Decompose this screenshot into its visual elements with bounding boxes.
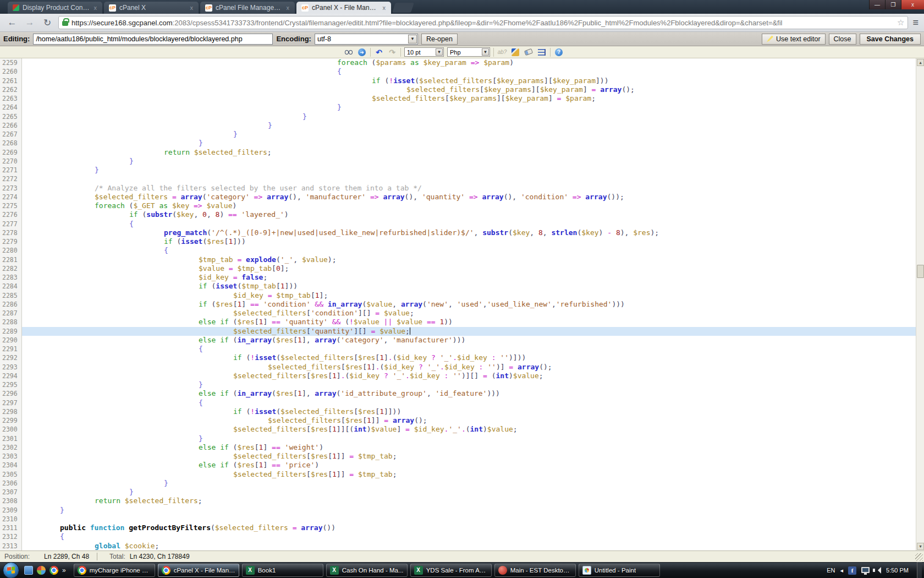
resize-grip[interactable] xyxy=(915,553,923,561)
code-text[interactable]: if (isset($tmp_tab[1])) xyxy=(22,282,924,291)
code-text[interactable]: } xyxy=(22,139,924,148)
code-text[interactable]: } xyxy=(22,488,924,497)
save-changes-button[interactable]: Save Changes xyxy=(860,34,921,45)
code-text[interactable]: else if ($res[1] == 'price') xyxy=(22,461,924,470)
code-line[interactable]: 2311public function getProductByFilters(… xyxy=(0,524,924,532)
code-text[interactable]: } xyxy=(22,434,924,443)
tab-close-icon[interactable]: x xyxy=(93,4,98,11)
taskbar-button-mycharge-iphone-4-[interactable]: myCharge iPhone 4 ... xyxy=(74,564,155,577)
code-line[interactable]: 2260{ xyxy=(0,67,924,76)
search-icon[interactable] xyxy=(344,47,354,57)
code-line[interactable]: 2270} xyxy=(0,157,924,166)
code-line[interactable]: 2262$selected_filters[$key_params][$key_… xyxy=(0,85,924,94)
speaker-icon[interactable] xyxy=(875,567,881,574)
code-text[interactable]: global $cookie; xyxy=(22,542,924,550)
code-text[interactable]: else if (in_array($res[1], array('catego… xyxy=(22,336,924,345)
code-text[interactable]: { xyxy=(22,532,924,541)
help-icon[interactable]: ? xyxy=(554,47,564,57)
code-text[interactable]: $selected_filters['condition'][] = $valu… xyxy=(22,309,924,318)
code-text[interactable]: $selected_filters[$res[1].($id_key ? '_'… xyxy=(22,372,924,380)
code-line[interactable]: 2266} xyxy=(0,121,924,130)
code-text[interactable]: } xyxy=(22,506,924,515)
use-text-editor-button[interactable]: Use text editor xyxy=(762,34,826,45)
quick-launch-overflow-icon[interactable]: » xyxy=(62,566,66,574)
facebook-icon[interactable]: f xyxy=(848,566,856,575)
taskbar-button-cash-on-hand-ma-[interactable]: Cash On Hand - Ma... xyxy=(326,564,408,577)
code-text[interactable]: } xyxy=(22,130,924,139)
code-line[interactable]: 2289$selected_filters['quantity'][] = $v… xyxy=(0,327,924,336)
code-line[interactable]: 2287$selected_filters['condition'][] = $… xyxy=(0,309,924,318)
code-text[interactable]: { xyxy=(22,220,924,228)
vertical-scrollbar[interactable]: ▲ ▼ xyxy=(916,58,924,550)
chevron-down-icon[interactable]: ▼ xyxy=(482,48,489,56)
tab-cpanel-file-manager-v3[interactable]: cP cPanel File Manager v3 x xyxy=(200,2,295,14)
encoding-select[interactable]: utf-8 ▼ xyxy=(315,34,418,45)
scroll-up-icon[interactable]: ▲ xyxy=(917,59,924,66)
tab-display-product-condition[interactable]: Display Product Condition x xyxy=(8,2,102,14)
code-line[interactable]: 2306} xyxy=(0,479,924,488)
code-line[interactable]: 2280{ xyxy=(0,246,924,255)
language-indicator[interactable]: EN xyxy=(827,567,835,574)
code-text[interactable]: { xyxy=(22,399,924,407)
code-line[interactable]: 2293$selected_filters[$res[1].($id_key ?… xyxy=(0,363,924,372)
code-line[interactable]: 2288else if ($res[1] == 'quantity' && (!… xyxy=(0,318,924,326)
reload-icon[interactable]: ↻ xyxy=(41,17,54,29)
code-line[interactable]: 2279if (isset($res[1])) xyxy=(0,237,924,246)
chevron-down-icon[interactable]: ▼ xyxy=(436,48,443,56)
show-desktop-strip[interactable] xyxy=(917,562,922,578)
code-line[interactable]: 2259foreach ($params as $key_param => $p… xyxy=(0,58,924,67)
tab-cpanel-x-file-manager-active[interactable]: cP cPanel X - File Manager x xyxy=(296,2,391,14)
code-line[interactable]: 2278preg_match('/^(.*)_([0-9]+|new|used|… xyxy=(0,228,924,237)
word-wrap-icon[interactable] xyxy=(537,47,547,57)
code-line[interactable]: 2285$id_key = $tmp_tab[1]; xyxy=(0,291,924,300)
code-line[interactable]: 2286if ($res[1] == 'condition' && in_arr… xyxy=(0,300,924,309)
code-text[interactable]: } xyxy=(22,380,924,389)
code-editor[interactable]: 2259foreach ($params as $key_param => $p… xyxy=(0,58,924,550)
code-line[interactable]: 2298if (!isset($selected_filters[$res[1]… xyxy=(0,407,924,416)
code-text[interactable]: } xyxy=(22,166,924,175)
code-line[interactable]: 2283$id_key = false; xyxy=(0,273,924,282)
code-text[interactable]: if (!isset($selected_filters[$res[1].($i… xyxy=(22,353,924,362)
code-text[interactable]: else if ($res[1] == 'weight') xyxy=(22,443,924,452)
back-icon[interactable]: ← xyxy=(6,17,19,28)
code-line[interactable]: 2263$selected_filters[$key_params][$key_… xyxy=(0,94,924,103)
code-text[interactable]: { xyxy=(22,246,924,255)
code-text[interactable]: { xyxy=(22,67,924,76)
restore-button[interactable]: ❐ xyxy=(885,0,901,9)
code-text[interactable]: foreach ($params as $key_param => $param… xyxy=(22,58,924,67)
code-line[interactable]: 2274$selected_filters = array('category'… xyxy=(0,193,924,201)
taskbar-button-cpanel-x-file-mana-[interactable]: cPanel X - File Mana... xyxy=(158,564,239,577)
code-text[interactable]: $selected_filters[$res[1]] = array(); xyxy=(22,416,924,425)
code-text[interactable]: public function getProductByFilters($sel… xyxy=(22,524,924,532)
taskbar-button-yds-sale-from-apr-[interactable]: YDS Sale - From Apr... xyxy=(410,564,492,577)
code-line[interactable]: 2295} xyxy=(0,380,924,389)
close-window-button[interactable]: x xyxy=(901,0,924,9)
code-text[interactable]: $selected_filters[$res[1].($id_key ? '_'… xyxy=(22,363,924,372)
scrollbar-thumb[interactable] xyxy=(917,265,924,278)
code-text[interactable]: $selected_filters[$res[1]] = $tmp_tab; xyxy=(22,452,924,461)
code-text[interactable]: else if ($res[1] == 'quantity' && (!$val… xyxy=(22,318,924,326)
scroll-down-icon[interactable]: ▼ xyxy=(917,543,924,550)
highlight-brush-icon[interactable] xyxy=(510,47,520,57)
code-line[interactable]: 2271} xyxy=(0,166,924,175)
chrome-icon[interactable] xyxy=(50,566,58,575)
code-line[interactable]: 2299$selected_filters[$res[1]] = array()… xyxy=(0,416,924,425)
forward-icon[interactable]: → xyxy=(23,17,36,28)
code-line[interactable]: 2282$value = $tmp_tab[0]; xyxy=(0,264,924,273)
code-text[interactable]: $selected_filters[$res[1]][(int)$value] … xyxy=(22,425,924,434)
code-text[interactable]: if (isset($res[1])) xyxy=(22,237,924,246)
new-tab-button[interactable] xyxy=(392,3,414,13)
code-text[interactable] xyxy=(22,515,924,524)
network-monitor-icon[interactable] xyxy=(861,567,870,573)
code-text[interactable]: return $selected_filters; xyxy=(22,497,924,505)
code-text[interactable]: $selected_filters[$res[1]] = $tmp_tab; xyxy=(22,470,924,479)
code-line[interactable]: 2273/* Analyze all the filters selected … xyxy=(0,184,924,193)
code-text[interactable]: /* Analyze all the filters selected by t… xyxy=(22,184,924,193)
go-to-line-icon[interactable]: ➜ xyxy=(357,47,367,57)
close-button[interactable]: Close xyxy=(829,34,856,45)
code-text[interactable]: $tmp_tab = explode('_', $value); xyxy=(22,255,924,264)
code-line[interactable]: 2307} xyxy=(0,488,924,497)
tab-close-icon[interactable]: x xyxy=(382,4,387,11)
code-line[interactable]: 2303$selected_filters[$res[1]] = $tmp_ta… xyxy=(0,452,924,461)
hidden-icons-chevron-icon[interactable]: ◂ xyxy=(840,567,844,574)
